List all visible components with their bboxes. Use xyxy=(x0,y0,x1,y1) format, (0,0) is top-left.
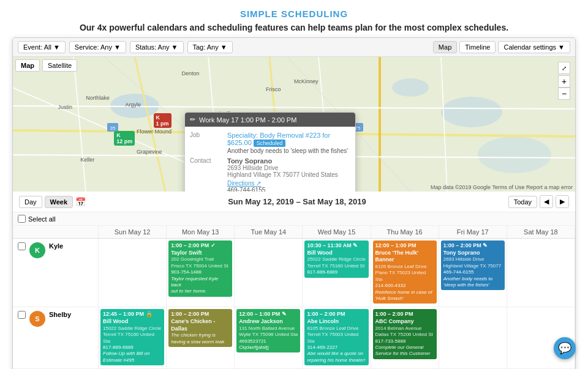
cal-day-btn[interactable]: Day xyxy=(19,196,42,208)
svg-point-3 xyxy=(441,97,502,127)
toolbar-filters: Event: All ▼ Service: Any ▼ Status: Any … xyxy=(18,41,233,53)
popup-contact-info: Tony Soprano 2693 Hillside Drive Highlan… xyxy=(227,157,338,192)
map-view-btn[interactable]: Map xyxy=(433,41,457,53)
zoom-out-btn[interactable]: − xyxy=(558,88,570,100)
popup-status-badge: Scheduled xyxy=(254,140,286,147)
page-header: SIMpLE SCHEDULING Our 4x powerful calend… xyxy=(0,0,588,37)
kyle-sat xyxy=(507,239,575,307)
shelby-wed-event[interactable]: 1:00 – 2:00 PM Abe Lincoln 8105 Bronze L… xyxy=(304,309,368,365)
cal-person-shelby: S Shelby xyxy=(13,307,99,368)
kyle-fri-event[interactable]: 1:00 – 2:00 PM ✎ Tony Soprano 2693 Hills… xyxy=(441,240,505,290)
cal-row-kyle: K Kyle 1:00 – 2:00 PM ✓ Taylor Swift 202… xyxy=(13,239,575,307)
cal-date-range: Sun May 12, 2019 – Sat May 18, 2019 xyxy=(228,197,366,206)
popup-contact-label: Contact xyxy=(190,157,224,192)
popup-contact-link-wrapper: Directions ↗ xyxy=(227,179,338,187)
filter-service-btn[interactable]: Service: Any ▼ xyxy=(69,41,126,53)
select-all-checkbox[interactable] xyxy=(18,215,26,223)
cal-week-btn[interactable]: Week xyxy=(45,196,74,208)
cal-header-person xyxy=(13,226,99,238)
shelby-tue-event[interactable]: 12:00 – 1:00 PM ✎ Andrew Jackson 131 Nor… xyxy=(236,309,300,352)
cal-row-shelby: S Shelby 12:45 – 1:00 PM 🔒 Bill Wood 150… xyxy=(13,307,575,369)
map-popup: ✏ Work May 17 1:00 PM - 2:00 PM Job Spec… xyxy=(184,112,356,192)
cal-header-tue: Tue May 14 xyxy=(235,226,303,238)
cal-calendar-icon[interactable]: 📅 xyxy=(75,197,86,207)
page-title: SIMpLE SCHEDULING xyxy=(0,9,588,19)
cal-header-row: Sun May 12 Mon May 13 Tue May 14 Wed May… xyxy=(13,226,575,239)
cal-toolbar-left: Day Week 📅 xyxy=(19,196,86,208)
cal-toolbar-right: Today ◀ ▶ xyxy=(508,195,569,208)
shelby-mon: 1:00 – 2:00 PM Cane's Chicken - Dallas T… xyxy=(167,307,235,368)
cal-header-fri: Fri May 17 xyxy=(439,226,507,238)
map-pin-k1[interactable]: K1 pm xyxy=(154,113,172,128)
kyle-name: Kyle xyxy=(49,242,63,250)
calendar-section: Day Week 📅 Sun May 12, 2019 – Sat May 18… xyxy=(13,192,575,369)
popup-directions-link[interactable]: Directions ↗ xyxy=(227,180,261,187)
popup-contact-phone: 469-744-6155 xyxy=(227,187,338,192)
select-all-label: Select all xyxy=(28,215,56,223)
popup-contact-addr1: 2693 Hillside Drive xyxy=(227,165,338,171)
cal-header-mon: Mon May 13 xyxy=(167,226,235,238)
popup-body: Job Speciality: Body Removal #223 for $6… xyxy=(185,127,355,192)
svg-text:35: 35 xyxy=(110,125,116,131)
shelby-tue: 12:00 – 1:00 PM ✎ Andrew Jackson 131 Nor… xyxy=(235,307,303,368)
cal-toolbar: Day Week 📅 Sun May 12, 2019 – Sat May 18… xyxy=(13,192,575,212)
kyle-wed: 10:30 – 11:30 AM ✎ Bill Wood 25022 Saddl… xyxy=(303,239,371,307)
shelby-sun-event[interactable]: 12:45 – 1:00 PM 🔒 Bill Wood 15022 Saddle… xyxy=(100,309,164,365)
kyle-mon-event[interactable]: 1:00 – 2:00 PM ✓ Taylor Swift 202 Goodni… xyxy=(168,240,232,297)
kyle-mon: 1:00 – 2:00 PM ✓ Taylor Swift 202 Goodni… xyxy=(167,239,235,307)
cal-header-wed: Wed May 15 xyxy=(303,226,371,238)
kyle-tue xyxy=(235,239,303,307)
map-expand-btn[interactable]: ⤢ xyxy=(558,62,570,74)
map-attribution: Map data ©2019 Google Terms of Use Repor… xyxy=(431,184,573,190)
map-type-controls: Map Satellite xyxy=(15,59,77,72)
popup-job-desc: Another body needs to 'sleep with the fi… xyxy=(227,147,350,154)
cal-header-sun: Sun May 12 xyxy=(99,226,167,238)
shelby-thu-event[interactable]: 1:00 – 2:00 PM ABC Company 2014 Belman A… xyxy=(373,309,437,359)
kyle-thu-event[interactable]: 12:00 – 1:00 PM Bruce 'The Hulk' Banner … xyxy=(373,240,437,304)
popup-job-label: Job xyxy=(190,132,224,154)
filter-tag-btn[interactable]: Tag: Any ▼ xyxy=(187,41,233,53)
map-type-satellite-btn[interactable]: Satellite xyxy=(42,59,77,72)
popup-job-row: Job Speciality: Body Removal #223 for $6… xyxy=(190,132,350,154)
map-section: 35 35E 75 Map Satellite ⤢ + − Denton McK… xyxy=(13,57,575,192)
chat-bubble-btn[interactable]: 💬 xyxy=(554,337,576,359)
kyle-thu: 12:00 – 1:00 PM Bruce 'The Hulk' Banner … xyxy=(371,239,439,307)
cal-next-btn[interactable]: ▶ xyxy=(556,195,569,208)
map-type-map-btn[interactable]: Map xyxy=(15,59,40,72)
cal-prev-btn[interactable]: ◀ xyxy=(540,195,553,208)
popup-contact-row: Contact Tony Soprano 2693 Hillside Drive… xyxy=(190,157,350,192)
shelby-checkbox[interactable] xyxy=(18,311,26,319)
kyle-sun xyxy=(99,239,167,307)
zoom-in-btn[interactable]: + xyxy=(558,75,570,88)
toolbar-views: Map Timeline Calendar settings ▼ xyxy=(433,41,570,53)
main-container: Event: All ▼ Service: Any ▼ Status: Any … xyxy=(12,37,576,369)
popup-contact-addr2: Highland Village TX 75077 United States xyxy=(227,171,338,178)
shelby-thu: 1:00 – 2:00 PM ABC Company 2014 Belman A… xyxy=(371,307,439,368)
map-zoom-controls: + − xyxy=(558,75,570,100)
shelby-avatar: S xyxy=(29,311,45,327)
map-pin-k2[interactable]: K12 pm xyxy=(114,131,135,146)
popup-contact-name: Tony Soprano xyxy=(227,157,338,165)
shelby-fri xyxy=(439,307,507,368)
svg-point-4 xyxy=(478,136,551,173)
filter-status-btn[interactable]: Status: Any ▼ xyxy=(130,41,184,53)
popup-header-text: Work May 17 1:00 PM - 2:00 PM xyxy=(199,116,296,124)
toolbar: Event: All ▼ Service: Any ▼ Status: Any … xyxy=(13,38,575,57)
timeline-view-btn[interactable]: Timeline xyxy=(459,41,496,53)
cal-today-btn[interactable]: Today xyxy=(508,196,537,208)
svg-point-2 xyxy=(392,78,429,97)
cal-header-sat: Sat May 18 xyxy=(507,226,575,238)
shelby-mon-event[interactable]: 1:00 – 2:00 PM Cane's Chicken - Dallas T… xyxy=(168,309,232,347)
kyle-fri: 1:00 – 2:00 PM ✎ Tony Soprano 2693 Hills… xyxy=(439,239,507,307)
calendar-settings-btn[interactable]: Calendar settings ▼ xyxy=(498,41,570,53)
popup-work-icon: ✏ xyxy=(190,116,195,124)
shelby-sun: 12:45 – 1:00 PM 🔒 Bill Wood 15022 Saddle… xyxy=(99,307,167,368)
kyle-avatar: K xyxy=(29,242,45,258)
kyle-checkbox[interactable] xyxy=(18,242,26,250)
kyle-wed-event[interactable]: 10:30 – 11:30 AM ✎ Bill Wood 25022 Saddl… xyxy=(304,240,368,278)
popup-header: ✏ Work May 17 1:00 PM - 2:00 PM xyxy=(185,113,355,127)
filter-event-btn[interactable]: Event: All ▼ xyxy=(18,41,66,53)
page-subtitle: Our 4x powerful calendars and scheduling… xyxy=(0,23,588,32)
shelby-wed: 1:00 – 2:00 PM Abe Lincoln 8105 Bronze L… xyxy=(303,307,371,368)
cal-person-kyle: K Kyle xyxy=(13,239,99,307)
